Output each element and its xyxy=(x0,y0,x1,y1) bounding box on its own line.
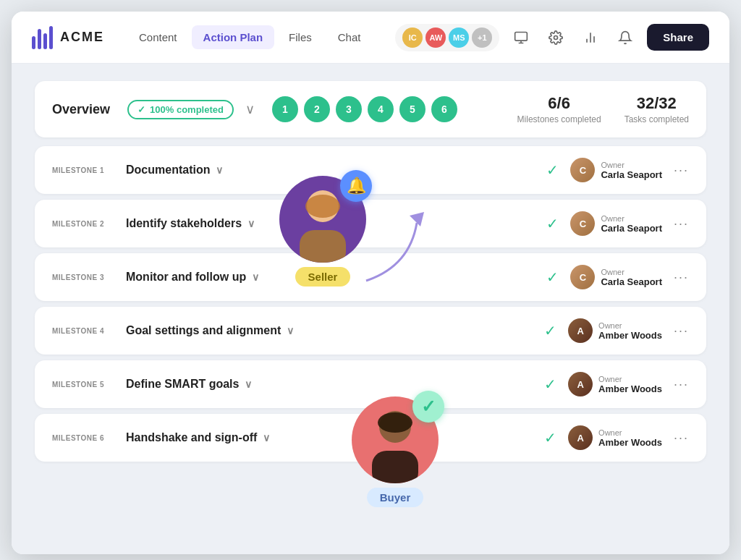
svg-rect-13 xyxy=(372,451,418,483)
owner-avatar-6: A xyxy=(568,425,593,450)
tasks-stat: 32/32 Tasks completed xyxy=(624,94,689,124)
owner-block-2: C Owner Carla Seaport xyxy=(570,211,662,236)
milestone-dot-6[interactable]: 6 xyxy=(431,96,457,122)
overview-chevron[interactable]: ∨ xyxy=(245,101,255,117)
app-window: ACME Content Action Plan Files Chat IC A… xyxy=(12,12,729,554)
tasks-count: 32/32 xyxy=(624,94,689,113)
milestone-check-4: ✓ xyxy=(544,322,556,339)
nav-links: Content Action Plan Files Chat xyxy=(127,25,372,49)
milestone-chevron-1[interactable]: ∨ xyxy=(216,164,223,176)
nav-files[interactable]: Files xyxy=(277,25,323,49)
owner-name-2: Carla Seaport xyxy=(601,223,662,234)
avatar-ic: IC xyxy=(402,27,423,48)
owner-block-3: C Owner Carla Seaport xyxy=(570,265,662,289)
milestone-tag-4: MILESTONE 4 xyxy=(52,327,114,335)
owner-info-2: Owner Carla Seaport xyxy=(601,214,662,234)
buyer-label: Buyer xyxy=(367,488,424,507)
avatar-aw: AW xyxy=(425,27,446,48)
gear-icon xyxy=(549,30,563,45)
seller-photo-wrap: 🔔 xyxy=(279,176,366,263)
overview-card: Overview ✓ 100% completed ∨ 1 2 3 4 5 6 … xyxy=(35,81,706,137)
owner-label-1: Owner xyxy=(601,161,662,169)
milestone-dot-5[interactable]: 5 xyxy=(399,96,425,122)
owner-name-4: Amber Woods xyxy=(598,330,662,341)
milestone-check-3: ✓ xyxy=(546,268,559,286)
milestone-tag-3: MILESTONE 3 xyxy=(52,273,114,281)
milestone-name-4: Goal settings and alignment ∨ xyxy=(126,324,533,337)
monitor-icon-btn[interactable] xyxy=(508,25,534,51)
svg-rect-9 xyxy=(300,230,346,263)
bell-icon-btn[interactable] xyxy=(612,25,638,51)
milestone-chevron-3[interactable]: ∨ xyxy=(252,271,259,283)
owner-block-1: C Owner Carla Seaport xyxy=(570,158,662,182)
milestone-tag-5: MILESTONE 5 xyxy=(52,381,114,389)
completed-badge: ✓ 100% completed xyxy=(127,100,234,119)
more-btn-4[interactable]: ··· xyxy=(674,323,689,339)
owner-block-4: A Owner Amber Woods xyxy=(568,318,662,343)
check-mark: ✓ xyxy=(137,104,145,115)
milestone-chevron-5[interactable]: ∨ xyxy=(245,378,252,390)
logo-icon xyxy=(32,26,53,49)
owner-info-1: Owner Carla Seaport xyxy=(601,161,662,180)
milestone-tag-2: MILESTONE 2 xyxy=(52,220,114,228)
tasks-label: Tasks completed xyxy=(624,114,689,124)
logo-bar-3 xyxy=(43,33,47,49)
owner-avatar-2: C xyxy=(570,211,595,236)
owner-avatar-1: C xyxy=(570,158,595,182)
owner-label-4: Owner xyxy=(598,321,662,330)
owner-name-3: Carla Seaport xyxy=(601,276,662,287)
overview-title: Overview xyxy=(52,102,110,117)
nav-content[interactable]: Content xyxy=(127,25,189,49)
nav-action-plan[interactable]: Action Plan xyxy=(192,25,275,49)
share-button[interactable]: Share xyxy=(647,24,709,51)
owner-block-6: A Owner Amber Woods xyxy=(568,425,662,450)
owner-name-5: Amber Woods xyxy=(598,383,662,394)
more-btn-2[interactable]: ··· xyxy=(674,216,689,232)
milestone-dots: 1 2 3 4 5 6 xyxy=(272,96,457,122)
milestone-chevron-2[interactable]: ∨ xyxy=(247,218,255,229)
settings-icon-btn[interactable] xyxy=(543,25,569,51)
avatar-plus: +1 xyxy=(472,27,492,48)
milestone-chevron-4[interactable]: ∨ xyxy=(287,325,294,336)
more-btn-3[interactable]: ··· xyxy=(674,270,689,285)
more-btn-6[interactable]: ··· xyxy=(674,430,689,446)
milestone-row-4: MILESTONE 4 Goal settings and alignment … xyxy=(35,307,706,355)
avatar-chips: IC AW MS +1 xyxy=(395,24,499,51)
owner-info-3: Owner Carla Seaport xyxy=(601,268,662,287)
milestone-check-1: ✓ xyxy=(546,161,559,179)
milestone-row-2: MILESTONE 2 Identify stakeholders ∨ ✓ C … xyxy=(35,200,706,247)
milestones-count: 6/6 xyxy=(517,94,601,113)
milestone-check-5: ✓ xyxy=(544,376,556,393)
more-btn-5[interactable]: ··· xyxy=(674,377,689,392)
bell-icon xyxy=(618,30,632,45)
milestone-dot-2[interactable]: 2 xyxy=(304,96,330,122)
nav-chat[interactable]: Chat xyxy=(326,25,373,49)
overview-stats: 6/6 Milestones completed 32/32 Tasks com… xyxy=(517,94,689,124)
milestone-dot-3[interactable]: 3 xyxy=(336,96,362,122)
milestone-name-6: Handshake and sign-off ∨ xyxy=(126,431,533,444)
logo-area: ACME xyxy=(32,26,104,49)
chart-icon-btn[interactable] xyxy=(577,25,604,51)
milestone-tag-1: MILESTONE 1 xyxy=(52,166,114,174)
check-badge: ✓ xyxy=(412,391,444,423)
main-content: Overview ✓ 100% completed ∨ 1 2 3 4 5 6 … xyxy=(12,64,729,554)
svg-point-3 xyxy=(554,35,558,39)
more-btn-1[interactable]: ··· xyxy=(674,163,689,178)
avatar-ms: MS xyxy=(449,27,469,48)
svg-point-8 xyxy=(305,195,340,218)
owner-block-5: A Owner Amber Woods xyxy=(568,372,662,396)
owner-label-5: Owner xyxy=(598,375,662,383)
owner-name-6: Amber Woods xyxy=(598,437,662,448)
svg-rect-0 xyxy=(515,32,528,41)
milestone-dot-1[interactable]: 1 xyxy=(272,96,298,122)
buyer-overlay: ✓ Buyer xyxy=(352,396,439,507)
milestone-name-1: Documentation ∨ xyxy=(126,164,535,177)
logo-bar-4 xyxy=(49,26,53,49)
monitor-icon xyxy=(514,30,528,45)
svg-point-12 xyxy=(378,412,412,433)
milestone-check-6: ✓ xyxy=(544,429,556,446)
milestones-stat: 6/6 Milestones completed xyxy=(517,94,601,124)
milestone-chevron-6[interactable]: ∨ xyxy=(263,432,270,444)
logo-bar-2 xyxy=(38,29,41,49)
milestone-dot-4[interactable]: 4 xyxy=(368,96,394,122)
